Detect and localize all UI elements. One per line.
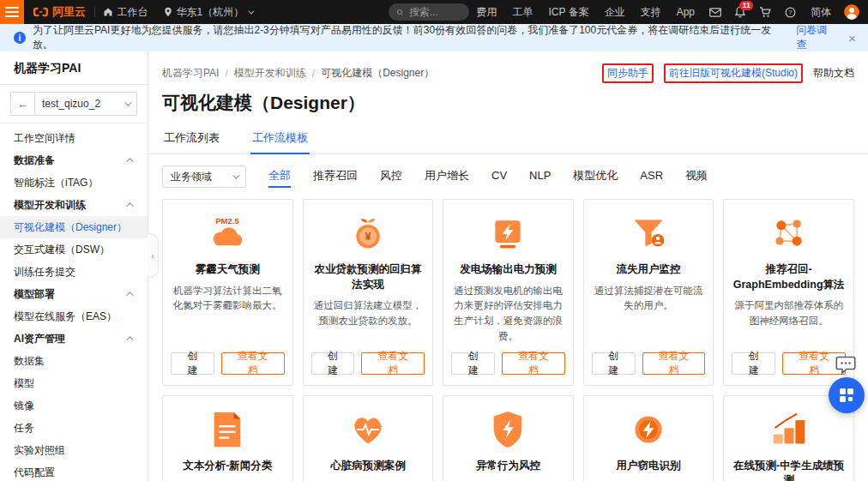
sidebar-item-itag[interactable]: 智能标注（iTAG）: [0, 171, 148, 194]
card-description: 机器学习算法计算出二氧化氮对于雾霾影响最大。: [171, 284, 285, 345]
topbar-right-group: 费用 工单 ICP 备案 企业 支持 App 11 ? 简体: [469, 0, 868, 24]
sidebar-item-dsw[interactable]: 交互式建模（DSW）: [0, 238, 148, 261]
legacy-studio-link[interactable]: 前往旧版可视化建模(Studio): [669, 66, 798, 81]
view-docs-button[interactable]: 查看文档: [361, 352, 425, 375]
card-buttons: 创建 查看文档: [592, 352, 706, 375]
workbench-link[interactable]: 工作台: [95, 0, 156, 24]
sidebar-divider: [0, 84, 148, 85]
sidebar-item-models[interactable]: 模型: [0, 372, 148, 394]
template-card-grid: PM2.5 雾霾天气预测 机器学习算法计算出二氧化氮对于雾霾影响最大。 创建 查…: [148, 188, 868, 481]
create-button[interactable]: 创建: [451, 352, 495, 375]
card-title: 雾霾天气预测: [196, 262, 260, 278]
user-avatar[interactable]: [844, 4, 859, 20]
category-all[interactable]: 全部: [268, 168, 291, 186]
sidebar-group-model-dev[interactable]: 模型开发和训练: [0, 194, 148, 216]
category-user-growth[interactable]: 用户增长: [425, 168, 469, 186]
alibaba-cloud-logo[interactable]: 阿里云: [33, 4, 86, 20]
topnav-enterprise[interactable]: 企业: [597, 0, 633, 24]
funnel-user-icon: [630, 213, 667, 254]
view-docs-button[interactable]: 查看文档: [502, 352, 565, 375]
svg-text:PM2.5: PM2.5: [216, 216, 240, 225]
sidebar: 机器学习PAI ← test_qizuo_2 工作空间详情 数据准备 智能标注（…: [0, 51, 148, 481]
tab-workflow-list[interactable]: 工作流列表: [162, 123, 221, 153]
create-button[interactable]: 创建: [311, 352, 355, 375]
breadcrumb-item-designer: 可视化建模（Designer）: [321, 66, 434, 81]
close-icon[interactable]: ×: [848, 24, 856, 51]
sync-assistant-link[interactable]: 同步助手: [607, 66, 648, 81]
sidebar-item-code-config[interactable]: 代码配置: [0, 461, 148, 481]
view-docs-button[interactable]: 查看文档: [642, 352, 706, 375]
chat-feedback-icon[interactable]: [832, 353, 859, 377]
sidebar-item-workspace-details[interactable]: 工作空间详情: [0, 127, 148, 149]
category-recommend[interactable]: 推荐召回: [313, 168, 358, 186]
mobile-app-qr-button[interactable]: [829, 377, 865, 413]
category-model-opt[interactable]: 模型优化: [573, 168, 618, 186]
category-nlp[interactable]: NLP: [529, 169, 551, 184]
brand-text: 阿里云: [52, 4, 86, 20]
back-button[interactable]: ←: [11, 93, 35, 115]
breadcrumb-separator: /: [225, 68, 227, 80]
sidebar-item-training-job[interactable]: 训练任务提交: [0, 261, 148, 283]
topnav-app[interactable]: App: [669, 0, 702, 24]
circle-bolt-icon: [630, 409, 667, 450]
category-risk[interactable]: 风控: [380, 168, 402, 186]
card-title: 在线预测-中学生成绩预测: [732, 459, 846, 481]
filter-row: 业务领域 全部 推荐召回 风控 用户增长 CV NLP 模型优化 ASR 视频: [148, 154, 868, 188]
breadcrumb-item-pai[interactable]: 机器学习PAI: [162, 66, 219, 81]
info-icon: i: [14, 32, 26, 44]
sidebar-group-ai-assets[interactable]: AI资产管理: [0, 328, 148, 350]
chevron-up-icon: [126, 158, 133, 165]
region-selector[interactable]: 华东1（杭州）: [156, 0, 261, 24]
business-domain-select[interactable]: 业务领域: [162, 165, 246, 188]
notification-badge: 11: [739, 1, 753, 10]
sidebar-item-designer[interactable]: 可视化建模（Designer）: [0, 216, 148, 238]
sidebar-item-tasks[interactable]: 任务: [0, 417, 148, 439]
sidebar-group-model-deploy[interactable]: 模型部署: [0, 283, 148, 305]
main-content: 机器学习PAI / 模型开发和训练 / 可视化建模（Designer） 同步助手…: [148, 51, 868, 481]
tab-workflow-templates[interactable]: 工作流模板: [250, 123, 310, 153]
mail-icon[interactable]: [702, 0, 728, 24]
workbench-label: 工作台: [118, 5, 148, 20]
create-button[interactable]: 创建: [732, 352, 775, 375]
breadcrumb-item-model-dev[interactable]: 模型开发和训练: [234, 66, 306, 81]
card-title: 发电场输出电力预测: [460, 262, 557, 278]
category-video[interactable]: 视频: [685, 168, 708, 186]
topnav-billing[interactable]: 费用: [469, 0, 505, 24]
top-nav-bar: 阿里云 工作台 华东1（杭州） 费用 工单 ICP 备案 企业 支持 App: [0, 0, 868, 24]
category-cv[interactable]: CV: [491, 169, 507, 184]
language-toggle[interactable]: 简体: [803, 0, 839, 24]
topnav-tickets[interactable]: 工单: [505, 0, 541, 24]
chevron-up-icon: [126, 202, 133, 209]
create-button[interactable]: 创建: [171, 352, 214, 375]
sidebar-item-experiment-groups[interactable]: 实验对照组: [0, 439, 148, 461]
survey-notice-bar: i 为了让阿里云PAI更好地为您提供服务，请您抽出2-3分钟填写对产品易用性的反…: [0, 24, 868, 51]
cart-icon[interactable]: [752, 0, 778, 24]
alibaba-cloud-logo-icon: [33, 6, 49, 18]
survey-link[interactable]: 问卷调查: [796, 23, 837, 52]
create-button[interactable]: 创建: [592, 352, 636, 375]
card-agri-loan: ¥ 农业贷款预测的回归算法实现 通过回归算法建立模型，预测农业贷款的发放。 创建…: [303, 199, 434, 386]
help-docs-link[interactable]: 帮助文档: [813, 66, 854, 81]
card-text-news: 文本分析-新闻分类 通过主题模型实现了整个文本分类的流程。 创建 查看文档: [162, 395, 293, 481]
card-title: 文本分析-新闻分类: [183, 459, 272, 474]
help-circle-icon[interactable]: ?: [778, 0, 803, 24]
workspace-selector[interactable]: test_qizuo_2: [35, 93, 136, 115]
sidebar-group-data-prep[interactable]: 数据准备: [0, 149, 148, 171]
global-search[interactable]: [389, 3, 468, 21]
sidebar-collapse-handle[interactable]: ‹: [148, 233, 159, 278]
sidebar-item-eas[interactable]: 模型在线服务（EAS）: [0, 305, 148, 328]
home-icon: [103, 7, 113, 17]
main-tabs: 工作流列表 工作流模板: [148, 123, 868, 154]
coin-loan-icon: ¥: [349, 213, 387, 254]
sidebar-item-images[interactable]: 镜像: [0, 394, 148, 417]
bell-icon[interactable]: 11: [728, 0, 752, 24]
card-description: 通过预测发电机的输出电力来更好的评估安排电力生产计划，避免资源的浪费。: [451, 284, 565, 345]
topnav-support[interactable]: 支持: [633, 0, 669, 24]
sidebar-item-datasets[interactable]: 数据集: [0, 350, 148, 372]
category-asr[interactable]: ASR: [640, 169, 663, 184]
topnav-icp[interactable]: ICP 备案: [541, 0, 597, 24]
search-input[interactable]: [409, 6, 461, 18]
hamburger-menu-icon[interactable]: [0, 0, 24, 24]
card-title: 农业贷款预测的回归算法实现: [311, 262, 425, 292]
view-docs-button[interactable]: 查看文档: [221, 352, 285, 375]
